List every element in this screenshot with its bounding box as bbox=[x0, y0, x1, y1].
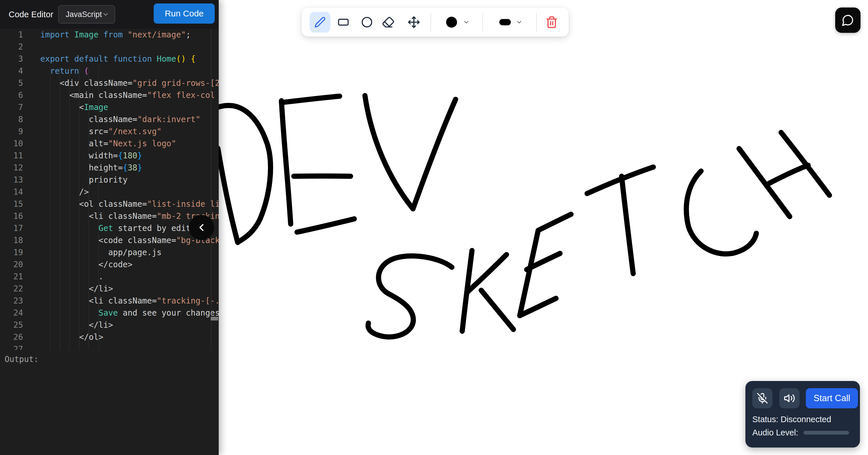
chat-bubble-icon bbox=[841, 14, 854, 27]
indent-guide bbox=[69, 66, 70, 350]
indent-guide bbox=[60, 66, 60, 350]
sketch-stroke-letter-E-middle bbox=[294, 176, 350, 176]
eraser-tool-button[interactable] bbox=[382, 16, 395, 29]
move-icon bbox=[407, 16, 420, 29]
circle-icon bbox=[361, 16, 373, 29]
code-line: 4 return ( bbox=[0, 65, 219, 77]
editor-scrollbar-thumb[interactable] bbox=[211, 317, 218, 320]
code-line: 3export default function Home() { bbox=[0, 53, 219, 65]
code-line: 19 app/page.js bbox=[0, 247, 219, 259]
code-line: 17 Get started by edit bbox=[0, 222, 219, 234]
code-line: 24 Save and see your changes bbox=[0, 307, 219, 319]
call-status-text: Status: Disconnected bbox=[752, 415, 860, 424]
code-line: 9 src="/next.svg" bbox=[0, 125, 219, 138]
sketch-stroke-letter-E2-top bbox=[538, 214, 571, 230]
speaker-button[interactable] bbox=[779, 388, 800, 408]
speaker-icon bbox=[784, 393, 795, 404]
code-line: 2 bbox=[0, 41, 219, 53]
language-select-value: JavaScript bbox=[66, 10, 102, 19]
trash-icon bbox=[546, 16, 558, 29]
sketch-stroke-letter-S bbox=[368, 256, 452, 337]
sketch-stroke-letter-V-right bbox=[413, 99, 456, 209]
code-line: 22 </li> bbox=[0, 283, 219, 295]
output-label: Output: bbox=[5, 354, 219, 364]
start-call-button[interactable]: Start Call bbox=[806, 388, 858, 408]
toolbar-divider bbox=[536, 13, 537, 31]
code-editor-panel: Code Editor JavaScript Run Code 1import … bbox=[0, 0, 219, 455]
circle-tool-button[interactable] bbox=[361, 16, 373, 29]
call-panel: Start Call Status: Disconnected Audio Le… bbox=[745, 381, 860, 448]
code-line: 10 alt="Next.js logo" bbox=[0, 138, 219, 150]
editor-ruler bbox=[211, 29, 211, 350]
sketch-stroke-letter-D-bowl bbox=[218, 105, 271, 242]
app: Code Editor JavaScript Run Code 1import … bbox=[0, 0, 868, 455]
indent-guide bbox=[89, 66, 89, 350]
chevron-left-icon bbox=[196, 222, 207, 233]
code-line: 6 <main className="flex flex-col bbox=[0, 89, 219, 102]
chat-button[interactable] bbox=[835, 7, 861, 33]
code-line: 12 height={38} bbox=[0, 162, 219, 174]
code-line: 25 </li> bbox=[0, 319, 219, 331]
sketch-stroke-letter-H-left bbox=[739, 149, 790, 217]
sketch-stroke-letter-E-top bbox=[281, 96, 340, 103]
audio-level-bar bbox=[804, 431, 849, 434]
sketch-stroke-letter-D-left bbox=[218, 148, 238, 243]
code-lines: 1import Image from "next/image";23export… bbox=[0, 29, 219, 350]
collapse-panel-button[interactable] bbox=[189, 215, 214, 240]
code-line: 15 <ol className="list-inside li bbox=[0, 198, 219, 210]
sketch-stroke-letter-H-bar bbox=[767, 165, 808, 184]
code-line: 1import Image from "next/image"; bbox=[0, 29, 219, 41]
sketch-stroke-letter-K-lower bbox=[481, 290, 514, 330]
rectangle-icon bbox=[337, 16, 350, 29]
code-line: 26 </ol> bbox=[0, 331, 219, 343]
code-line: 13 priority bbox=[0, 174, 219, 186]
eraser-icon bbox=[382, 16, 395, 29]
mic-off-icon bbox=[756, 393, 768, 404]
pen-tool-button[interactable] bbox=[310, 12, 331, 32]
drawing-toolbar bbox=[302, 8, 569, 36]
sketch-stroke-letter-V-left bbox=[365, 95, 413, 209]
clear-canvas-button[interactable] bbox=[546, 16, 558, 29]
language-select[interactable]: JavaScript bbox=[58, 5, 115, 24]
audio-level-label: Audio Level: bbox=[752, 428, 798, 437]
indent-guide bbox=[79, 66, 80, 350]
code-line: 27 bbox=[0, 343, 219, 350]
output-section: Output: bbox=[0, 350, 219, 455]
code-line: 5 <div className="grid grid-rows-[2 bbox=[0, 77, 219, 89]
code-line: 18 <code className="bg-black bbox=[0, 234, 219, 247]
stroke-dropdown-chevron-icon[interactable] bbox=[516, 19, 523, 26]
code-line: 23 <li className="tracking-[-. bbox=[0, 295, 219, 307]
toolbar-divider bbox=[431, 13, 431, 31]
indent-guide bbox=[98, 66, 99, 350]
color-dropdown-chevron-icon[interactable] bbox=[463, 19, 470, 26]
run-code-button[interactable]: Run Code bbox=[154, 3, 215, 24]
sketch-stroke-letter-E-stem bbox=[281, 101, 291, 224]
editor-title: Code Editor bbox=[9, 10, 53, 19]
code-editor-textarea[interactable]: 1import Image from "next/image";23export… bbox=[0, 29, 219, 350]
mute-microphone-button[interactable] bbox=[752, 388, 772, 408]
code-line: 8 className="dark:invert" bbox=[0, 113, 219, 125]
sketch-stroke-letter-E-bottom bbox=[297, 219, 354, 232]
code-line: 21 . bbox=[0, 271, 219, 283]
code-line: 7 <Image bbox=[0, 102, 219, 113]
color-swatch-button[interactable] bbox=[446, 17, 457, 28]
code-line: 14 /> bbox=[0, 186, 219, 198]
move-tool-button[interactable] bbox=[407, 16, 420, 29]
code-line: 16 <li className="mb-2 trackin bbox=[0, 210, 219, 222]
sketch-stroke-letter-T-stem bbox=[622, 176, 633, 274]
pen-icon bbox=[314, 17, 326, 28]
code-line: 11 width={180} bbox=[0, 150, 219, 162]
code-line: 20 </code> bbox=[0, 259, 219, 271]
editor-header: Code Editor JavaScript Run Code bbox=[0, 0, 219, 29]
sketch-stroke-letter-C bbox=[686, 171, 756, 254]
rectangle-tool-button[interactable] bbox=[337, 16, 350, 29]
stroke-width-swatch-button[interactable] bbox=[499, 19, 511, 25]
chevron-down-icon bbox=[102, 11, 110, 18]
sketch-stroke-letter-E2-spine bbox=[520, 230, 538, 316]
toolbar-divider bbox=[482, 13, 483, 31]
